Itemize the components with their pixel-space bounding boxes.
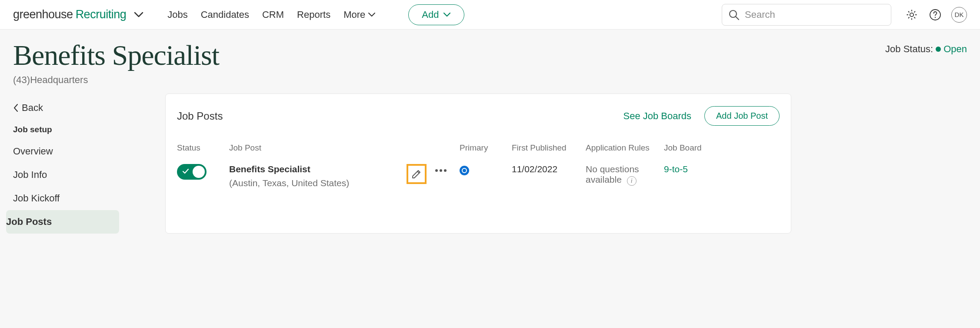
pencil-icon (411, 168, 422, 180)
cell-job-board[interactable]: 9-to-5 (664, 164, 733, 174)
top-nav: greenhouse Recruiting Jobs Candidates CR… (0, 0, 980, 30)
brand-logo[interactable]: greenhouse Recruiting (13, 8, 143, 21)
sidebar-item-overview[interactable]: Overview (13, 140, 130, 163)
nav-more-label: More (343, 9, 365, 20)
svg-line-1 (736, 17, 739, 20)
nav-crm[interactable]: CRM (262, 9, 284, 20)
svg-point-2 (910, 13, 913, 16)
job-posts-panel: Job Posts See Job Boards Add Job Post St… (165, 94, 791, 234)
job-post-name[interactable]: Benefits Specialist (229, 164, 407, 174)
page-location: Headquarters (30, 74, 88, 85)
more-actions-button[interactable] (435, 169, 447, 172)
cell-primary (460, 164, 512, 175)
panel-header: Job Posts See Job Boards Add Job Post (177, 106, 780, 126)
job-board-name: 9-to-5 (664, 164, 688, 174)
page-title: Benefits Specialist (13, 40, 219, 70)
avatar-initials: DK (955, 11, 964, 18)
check-icon (182, 168, 189, 175)
cell-status (177, 164, 229, 180)
job-status-value: Open (943, 44, 967, 55)
sidebar-item-job-posts[interactable]: Job Posts (6, 210, 119, 234)
add-job-post-button[interactable]: Add Job Post (704, 106, 780, 126)
page-title-block: Benefits Specialist (43)Headquarters (13, 40, 219, 86)
add-button-label: Add (422, 9, 439, 20)
sidebar-item-label: Job Kickoff (13, 193, 60, 204)
avatar[interactable]: DK (951, 7, 967, 23)
cell-first-published: 11/02/2022 (512, 164, 586, 174)
nav-candidates-label: Candidates (201, 9, 249, 20)
col-job-post: Job Post (229, 143, 460, 153)
rules-line1: No questions (586, 164, 664, 174)
nav-reports-label: Reports (297, 9, 330, 20)
page-header: Benefits Specialist (43)Headquarters Job… (0, 30, 980, 94)
nav-crm-label: CRM (262, 9, 284, 20)
sidebar: Back Job setup Overview Job Info Job Kic… (0, 94, 130, 234)
info-icon[interactable]: i (627, 176, 637, 186)
nav-reports[interactable]: Reports (297, 9, 330, 20)
see-job-boards-link[interactable]: See Job Boards (623, 110, 691, 122)
job-post-location: (Austin, Texas, United States) (229, 178, 407, 188)
sidebar-item-label: Job Info (13, 169, 47, 181)
nav-jobs-label: Jobs (167, 9, 187, 20)
top-right-icons: DK (904, 7, 967, 23)
help-icon[interactable] (928, 7, 943, 22)
status-dot-icon (936, 47, 941, 52)
col-status: Status (177, 143, 229, 153)
add-job-post-label: Add Job Post (716, 111, 768, 120)
cell-application-rules: No questions available i (586, 164, 664, 186)
job-status-label: Job Status: (885, 44, 933, 55)
search-icon (728, 9, 740, 20)
brand-part2: Recruiting (76, 8, 127, 21)
job-posts-table: Status Job Post Primary First Published … (177, 143, 780, 188)
nav-candidates[interactable]: Candidates (201, 9, 249, 20)
edit-job-post-button[interactable] (407, 164, 427, 184)
col-application-rules: Application Rules (586, 143, 664, 153)
status-toggle[interactable] (177, 164, 207, 180)
nav-jobs[interactable]: Jobs (167, 9, 187, 20)
col-first-published: First Published (512, 143, 586, 153)
sidebar-item-job-info[interactable]: Job Info (13, 163, 130, 187)
sidebar-item-job-kickoff[interactable]: Job Kickoff (13, 187, 130, 210)
sidebar-item-label: Overview (13, 146, 53, 157)
search-box[interactable] (722, 4, 891, 26)
page-subtitle: (43)Headquarters (13, 74, 219, 86)
chevron-down-icon (368, 12, 376, 17)
back-label: Back (22, 102, 43, 114)
col-job-board: Job Board (664, 143, 733, 153)
search-input[interactable] (745, 9, 885, 20)
table-row: Benefits Specialist (Austin, Texas, Unit… (177, 164, 780, 188)
chevron-down-icon (443, 12, 451, 17)
primary-nav: Jobs Candidates CRM Reports More (167, 9, 376, 20)
svg-point-4 (935, 17, 936, 17)
toggle-knob (193, 166, 205, 178)
chevron-down-icon[interactable] (134, 12, 143, 18)
primary-radio[interactable] (460, 166, 469, 175)
rules-line2: available (586, 174, 622, 184)
sidebar-heading: Job setup (13, 120, 130, 140)
gear-icon[interactable] (904, 7, 919, 22)
panel-title: Job Posts (177, 110, 223, 122)
col-primary: Primary (460, 143, 512, 153)
table-header: Status Job Post Primary First Published … (177, 143, 780, 153)
job-status: Job Status: Open (885, 40, 967, 55)
chevron-left-icon (13, 104, 18, 112)
nav-more[interactable]: More (343, 9, 376, 20)
back-link[interactable]: Back (13, 96, 130, 120)
page-req-count: (43) (13, 74, 30, 85)
add-button[interactable]: Add (408, 4, 464, 25)
see-job-boards-label: See Job Boards (623, 110, 691, 121)
brand-part1: greenhouse (13, 8, 73, 21)
sidebar-item-label: Job Posts (6, 216, 52, 228)
cell-job-post: Benefits Specialist (Austin, Texas, Unit… (229, 164, 460, 188)
